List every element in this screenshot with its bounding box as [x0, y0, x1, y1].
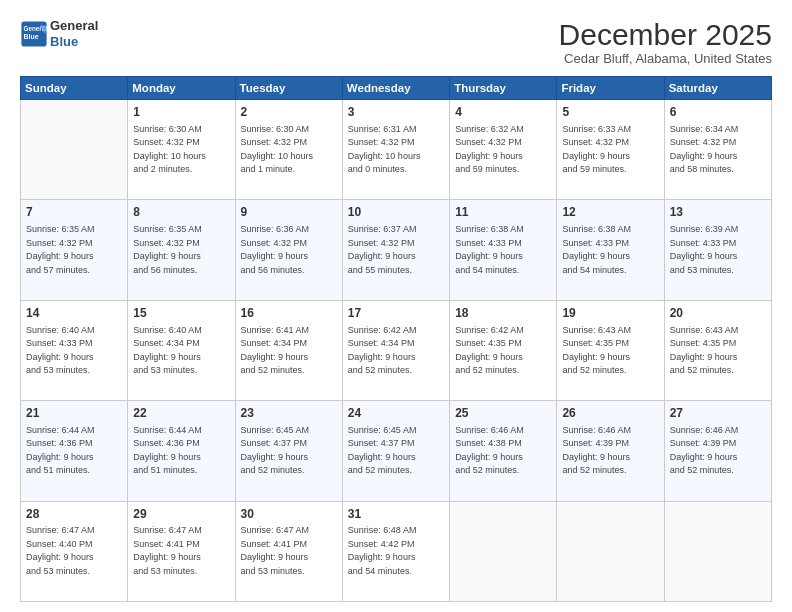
logo-line2: Blue: [50, 34, 78, 49]
day-number: 4: [455, 104, 551, 121]
day-number: 21: [26, 405, 122, 422]
weekday-header-saturday: Saturday: [664, 77, 771, 100]
calendar-cell: 10Sunrise: 6:37 AM Sunset: 4:32 PM Dayli…: [342, 200, 449, 300]
day-number: 22: [133, 405, 229, 422]
calendar-body: 1Sunrise: 6:30 AM Sunset: 4:32 PM Daylig…: [21, 100, 772, 602]
calendar-cell: [21, 100, 128, 200]
day-number: 17: [348, 305, 444, 322]
logo-line1: General: [50, 18, 98, 33]
day-info: Sunrise: 6:32 AM Sunset: 4:32 PM Dayligh…: [455, 123, 551, 177]
calendar-week-3: 21Sunrise: 6:44 AM Sunset: 4:36 PM Dayli…: [21, 401, 772, 501]
calendar-cell: 6Sunrise: 6:34 AM Sunset: 4:32 PM Daylig…: [664, 100, 771, 200]
day-info: Sunrise: 6:33 AM Sunset: 4:32 PM Dayligh…: [562, 123, 658, 177]
day-info: Sunrise: 6:44 AM Sunset: 4:36 PM Dayligh…: [133, 424, 229, 478]
calendar-cell: 24Sunrise: 6:45 AM Sunset: 4:37 PM Dayli…: [342, 401, 449, 501]
day-number: 2: [241, 104, 337, 121]
calendar-cell: 21Sunrise: 6:44 AM Sunset: 4:36 PM Dayli…: [21, 401, 128, 501]
calendar-cell: 18Sunrise: 6:42 AM Sunset: 4:35 PM Dayli…: [450, 300, 557, 400]
svg-text:Blue: Blue: [24, 32, 39, 39]
calendar-week-2: 14Sunrise: 6:40 AM Sunset: 4:33 PM Dayli…: [21, 300, 772, 400]
calendar-cell: 23Sunrise: 6:45 AM Sunset: 4:37 PM Dayli…: [235, 401, 342, 501]
day-number: 29: [133, 506, 229, 523]
day-info: Sunrise: 6:47 AM Sunset: 4:41 PM Dayligh…: [133, 524, 229, 578]
day-number: 18: [455, 305, 551, 322]
day-info: Sunrise: 6:46 AM Sunset: 4:39 PM Dayligh…: [670, 424, 766, 478]
calendar-header: SundayMondayTuesdayWednesdayThursdayFrid…: [21, 77, 772, 100]
month-title: December 2025: [559, 18, 772, 51]
calendar-cell: 29Sunrise: 6:47 AM Sunset: 4:41 PM Dayli…: [128, 501, 235, 601]
header: General Blue General Blue December 2025 …: [20, 18, 772, 66]
day-info: Sunrise: 6:43 AM Sunset: 4:35 PM Dayligh…: [670, 324, 766, 378]
day-number: 3: [348, 104, 444, 121]
day-info: Sunrise: 6:35 AM Sunset: 4:32 PM Dayligh…: [133, 223, 229, 277]
day-number: 5: [562, 104, 658, 121]
calendar-week-1: 7Sunrise: 6:35 AM Sunset: 4:32 PM Daylig…: [21, 200, 772, 300]
calendar-cell: 31Sunrise: 6:48 AM Sunset: 4:42 PM Dayli…: [342, 501, 449, 601]
day-info: Sunrise: 6:31 AM Sunset: 4:32 PM Dayligh…: [348, 123, 444, 177]
weekday-header-wednesday: Wednesday: [342, 77, 449, 100]
page: General Blue General Blue December 2025 …: [0, 0, 792, 612]
calendar-cell: 26Sunrise: 6:46 AM Sunset: 4:39 PM Dayli…: [557, 401, 664, 501]
day-number: 20: [670, 305, 766, 322]
day-info: Sunrise: 6:42 AM Sunset: 4:35 PM Dayligh…: [455, 324, 551, 378]
day-info: Sunrise: 6:47 AM Sunset: 4:40 PM Dayligh…: [26, 524, 122, 578]
day-number: 25: [455, 405, 551, 422]
day-number: 12: [562, 204, 658, 221]
day-number: 11: [455, 204, 551, 221]
calendar-cell: 7Sunrise: 6:35 AM Sunset: 4:32 PM Daylig…: [21, 200, 128, 300]
calendar-cell: 17Sunrise: 6:42 AM Sunset: 4:34 PM Dayli…: [342, 300, 449, 400]
calendar: SundayMondayTuesdayWednesdayThursdayFrid…: [20, 76, 772, 602]
day-number: 24: [348, 405, 444, 422]
calendar-cell: 13Sunrise: 6:39 AM Sunset: 4:33 PM Dayli…: [664, 200, 771, 300]
day-info: Sunrise: 6:43 AM Sunset: 4:35 PM Dayligh…: [562, 324, 658, 378]
location: Cedar Bluff, Alabama, United States: [559, 51, 772, 66]
weekday-header-friday: Friday: [557, 77, 664, 100]
calendar-cell: 4Sunrise: 6:32 AM Sunset: 4:32 PM Daylig…: [450, 100, 557, 200]
day-number: 27: [670, 405, 766, 422]
calendar-week-0: 1Sunrise: 6:30 AM Sunset: 4:32 PM Daylig…: [21, 100, 772, 200]
day-number: 1: [133, 104, 229, 121]
day-number: 14: [26, 305, 122, 322]
title-section: December 2025 Cedar Bluff, Alabama, Unit…: [559, 18, 772, 66]
day-number: 9: [241, 204, 337, 221]
day-info: Sunrise: 6:36 AM Sunset: 4:32 PM Dayligh…: [241, 223, 337, 277]
calendar-cell: [450, 501, 557, 601]
day-info: Sunrise: 6:46 AM Sunset: 4:39 PM Dayligh…: [562, 424, 658, 478]
day-info: Sunrise: 6:39 AM Sunset: 4:33 PM Dayligh…: [670, 223, 766, 277]
weekday-header-sunday: Sunday: [21, 77, 128, 100]
day-number: 31: [348, 506, 444, 523]
day-info: Sunrise: 6:45 AM Sunset: 4:37 PM Dayligh…: [241, 424, 337, 478]
day-number: 28: [26, 506, 122, 523]
day-info: Sunrise: 6:40 AM Sunset: 4:34 PM Dayligh…: [133, 324, 229, 378]
calendar-cell: 11Sunrise: 6:38 AM Sunset: 4:33 PM Dayli…: [450, 200, 557, 300]
calendar-cell: 1Sunrise: 6:30 AM Sunset: 4:32 PM Daylig…: [128, 100, 235, 200]
weekday-header-thursday: Thursday: [450, 77, 557, 100]
weekday-header-tuesday: Tuesday: [235, 77, 342, 100]
calendar-cell: 25Sunrise: 6:46 AM Sunset: 4:38 PM Dayli…: [450, 401, 557, 501]
calendar-cell: 19Sunrise: 6:43 AM Sunset: 4:35 PM Dayli…: [557, 300, 664, 400]
day-info: Sunrise: 6:44 AM Sunset: 4:36 PM Dayligh…: [26, 424, 122, 478]
day-number: 19: [562, 305, 658, 322]
day-info: Sunrise: 6:30 AM Sunset: 4:32 PM Dayligh…: [133, 123, 229, 177]
logo: General Blue General Blue: [20, 18, 98, 49]
calendar-cell: 30Sunrise: 6:47 AM Sunset: 4:41 PM Dayli…: [235, 501, 342, 601]
calendar-cell: 12Sunrise: 6:38 AM Sunset: 4:33 PM Dayli…: [557, 200, 664, 300]
calendar-cell: 20Sunrise: 6:43 AM Sunset: 4:35 PM Dayli…: [664, 300, 771, 400]
day-number: 30: [241, 506, 337, 523]
day-number: 16: [241, 305, 337, 322]
logo-text: General Blue: [50, 18, 98, 49]
calendar-cell: 2Sunrise: 6:30 AM Sunset: 4:32 PM Daylig…: [235, 100, 342, 200]
day-number: 8: [133, 204, 229, 221]
day-info: Sunrise: 6:45 AM Sunset: 4:37 PM Dayligh…: [348, 424, 444, 478]
day-info: Sunrise: 6:38 AM Sunset: 4:33 PM Dayligh…: [562, 223, 658, 277]
day-number: 10: [348, 204, 444, 221]
calendar-week-4: 28Sunrise: 6:47 AM Sunset: 4:40 PM Dayli…: [21, 501, 772, 601]
day-info: Sunrise: 6:46 AM Sunset: 4:38 PM Dayligh…: [455, 424, 551, 478]
calendar-cell: 27Sunrise: 6:46 AM Sunset: 4:39 PM Dayli…: [664, 401, 771, 501]
day-info: Sunrise: 6:35 AM Sunset: 4:32 PM Dayligh…: [26, 223, 122, 277]
day-info: Sunrise: 6:34 AM Sunset: 4:32 PM Dayligh…: [670, 123, 766, 177]
calendar-cell: 22Sunrise: 6:44 AM Sunset: 4:36 PM Dayli…: [128, 401, 235, 501]
day-number: 6: [670, 104, 766, 121]
day-info: Sunrise: 6:38 AM Sunset: 4:33 PM Dayligh…: [455, 223, 551, 277]
day-number: 15: [133, 305, 229, 322]
